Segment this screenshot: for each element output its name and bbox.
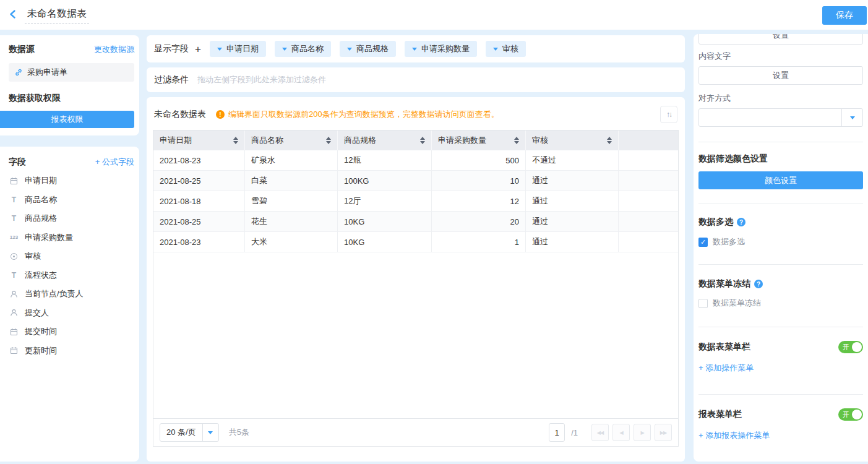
color-filter-title: 数据筛选颜色设置 (698, 153, 863, 165)
field-item[interactable]: T流程状态 (9, 266, 134, 285)
color-setting-button[interactable]: 颜色设置 (698, 171, 863, 189)
display-field-chip[interactable]: 商品名称 (275, 41, 331, 57)
sorter-icon[interactable] (326, 137, 331, 144)
content-text-setting-button[interactable]: 设置 (698, 66, 863, 85)
table-cell: 500 (432, 150, 526, 170)
help-icon[interactable]: ? (737, 218, 746, 226)
table-cell: 12瓶 (338, 150, 432, 170)
field-item[interactable]: 当前节点/负责人 (9, 285, 134, 304)
checkbox-checked[interactable]: ✓ (698, 238, 708, 247)
add-display-field-button[interactable]: + (195, 44, 201, 54)
toggle-on-label: 开 (843, 343, 849, 352)
report-menubar-toggle[interactable]: 开 (838, 408, 863, 421)
change-datasource-link[interactable]: 更改数据源 (94, 44, 134, 55)
field-item[interactable]: 审核 (9, 247, 134, 266)
datasource-item[interactable]: 采购申请单 (9, 63, 134, 82)
table-row[interactable]: 2021-08-23大米10KG1通过 (153, 232, 678, 252)
table-header-row: 申请日期商品名称商品规格申请采购数量审核 (153, 131, 678, 150)
table-cell (619, 232, 678, 252)
next-page-button[interactable]: ▶ (634, 424, 651, 441)
save-button[interactable]: 保存 (822, 6, 867, 25)
chevron-down-icon (347, 48, 352, 51)
column-header[interactable]: 商品名称 (245, 131, 338, 150)
toggle-knob (852, 410, 862, 419)
column-header[interactable]: 申请日期 (153, 131, 245, 150)
checkbox-unchecked[interactable] (698, 299, 708, 308)
field-item[interactable]: T商品规格 (9, 209, 134, 228)
table-row[interactable]: 2021-08-23矿泉水12瓶500不通过 (153, 150, 678, 171)
header-text-setting-button[interactable]: 设置 (698, 34, 863, 45)
field-item[interactable]: 提交时间 (9, 322, 134, 342)
add-formula-field-link[interactable]: + 公式字段 (95, 157, 134, 168)
table-cell: 通过 (526, 171, 619, 191)
calendar-icon (9, 328, 19, 336)
back-button[interactable] (4, 6, 22, 24)
table-cell (619, 191, 678, 211)
table-body: 2021-08-23矿泉水12瓶500不通过2021-08-25白菜100KG1… (153, 150, 678, 252)
page-size-select[interactable]: 20 条/页 (160, 423, 219, 442)
report-menubar-title: 报表菜单栏 (698, 409, 742, 420)
multi-select-checkbox-label: 数据多选 (713, 236, 745, 247)
table-row[interactable]: 2021-08-25花生10KG20通过 (153, 212, 678, 232)
table-cell: 通过 (526, 212, 619, 231)
table-row[interactable]: 2021-08-25白菜100KG10通过 (153, 171, 678, 191)
table-cell: 矿泉水 (245, 150, 338, 170)
chevron-left-icon (9, 10, 17, 20)
person-icon (9, 290, 19, 298)
field-item[interactable]: 123申请采购数量 (9, 228, 134, 247)
first-page-button[interactable]: ◀◀ (591, 424, 609, 441)
add-action-menu-link[interactable]: + 添加操作菜单 (698, 363, 863, 374)
display-field-chip[interactable]: 申请采购数量 (405, 41, 477, 57)
page-title[interactable]: 未命名数据表 (25, 6, 89, 24)
toggle-on-label: 开 (843, 410, 849, 419)
table-cell: 通过 (526, 232, 619, 252)
table-cell: 1 (432, 232, 526, 252)
display-field-chip[interactable]: 审核 (486, 41, 526, 57)
table-menubar-toggle[interactable]: 开 (838, 341, 863, 353)
table-cell: 10KG (338, 232, 432, 252)
table-cell (619, 171, 678, 191)
sorter-icon[interactable] (233, 137, 238, 144)
table-row[interactable]: 2021-08-18雪碧12厅12通过 (153, 191, 678, 212)
column-header[interactable]: 审核 (526, 131, 619, 150)
settings-panel: 设置 内容文字 设置 对齐方式 数据筛选颜色设置 颜色设置 数据多选 ? ✓ 数… (694, 34, 868, 462)
field-item[interactable]: 申请日期 (9, 171, 134, 191)
sorter-icon[interactable] (607, 137, 612, 144)
field-item[interactable]: 更新时间 (9, 342, 134, 361)
filter-panel[interactable]: 过滤条件 拖动左侧字段到此处来添加过滤条件 (147, 67, 685, 92)
table-cell: 2021-08-18 (153, 191, 245, 211)
sort-order-button[interactable]: ↑↓ (660, 106, 677, 123)
column-header[interactable]: 商品规格 (338, 131, 432, 150)
calendar-icon (9, 177, 19, 185)
sorter-icon[interactable] (420, 137, 425, 144)
top-header-bar: 未命名数据表 保存 (0, 0, 868, 30)
chevron-down-icon (493, 48, 498, 51)
prev-page-button[interactable]: ◀ (612, 424, 630, 441)
preview-warning: ! 编辑界面只取数据源前200条作为查询数据预览，完整数据请访问页面查看。 (216, 109, 499, 120)
page-indicator: /1 (571, 428, 578, 437)
add-report-action-menu-link[interactable]: + 添加报表操作菜单 (698, 430, 863, 441)
text-icon: T (9, 271, 19, 280)
current-page-input[interactable]: 1 (549, 423, 565, 442)
align-select[interactable] (698, 108, 863, 127)
multi-select-checkbox-row[interactable]: ✓ 数据多选 (698, 236, 863, 247)
table-cell: 不通过 (526, 150, 619, 170)
help-icon[interactable]: ? (754, 280, 763, 288)
column-header-label: 商品规格 (344, 135, 376, 146)
person-icon (9, 309, 19, 317)
sorter-icon[interactable] (514, 137, 519, 144)
field-item[interactable]: T商品名称 (9, 191, 134, 210)
column-header[interactable]: 申请采购数量 (432, 131, 526, 150)
report-permission-button[interactable]: 报表权限 (0, 111, 134, 128)
field-item-label: 当前节点/负责人 (25, 288, 84, 299)
display-field-chip[interactable]: 商品规格 (340, 41, 396, 57)
field-item[interactable]: 提交人 (9, 304, 134, 323)
last-page-button[interactable]: ▶▶ (655, 424, 672, 441)
field-list: 申请日期T商品名称T商品规格123申请采购数量审核T流程状态当前节点/负责人提交… (9, 171, 134, 360)
content-text-label: 内容文字 (698, 51, 863, 62)
datasource-panel: 数据源 更改数据源 采购申请单 数据获取权限 报表权限 (0, 35, 139, 135)
clipped-setting-section: 设置 (698, 34, 863, 45)
table-cell: 2021-08-25 (153, 212, 245, 231)
menu-freeze-checkbox-row[interactable]: 数据菜单冻结 (698, 298, 863, 309)
display-field-chip[interactable]: 申请日期 (210, 41, 266, 57)
